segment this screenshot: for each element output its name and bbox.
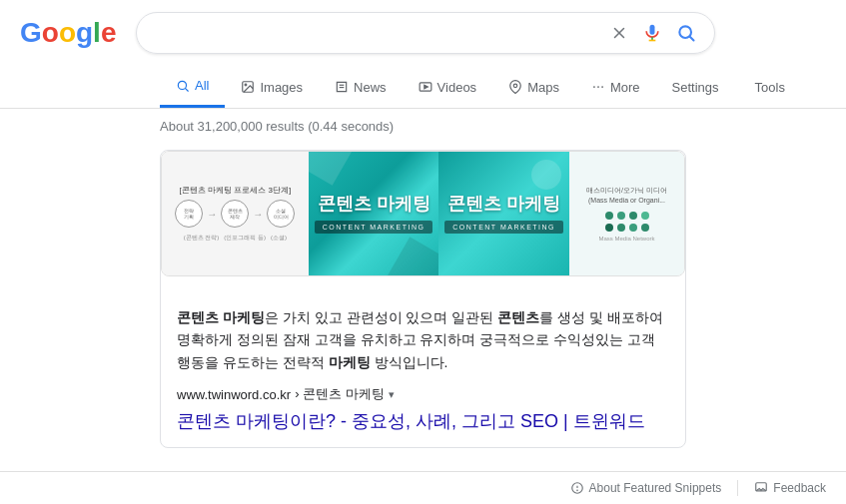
image-2-teal: 콘텐츠 마케팅 CONTENT MARKETING bbox=[309, 152, 439, 275]
image-3-title: 콘텐츠 마케팅 bbox=[444, 194, 563, 216]
feedback-button[interactable]: Feedback bbox=[754, 481, 826, 495]
search-button[interactable] bbox=[674, 21, 698, 45]
nav-maps-label: Maps bbox=[527, 80, 559, 95]
diagram-labels: (콘텐츠 전략) (인포그래픽 등) (소셜) bbox=[184, 234, 287, 243]
featured-snippet-card: [콘텐츠 마케팅 프로세스 3단계] 전략기획 → 콘텐츠제작 → 소셜미디어 … bbox=[160, 150, 686, 448]
svg-point-16 bbox=[593, 86, 595, 88]
nav-more-label: More bbox=[610, 80, 640, 95]
image-1-diagram: [콘텐츠 마케팅 프로세스 3단계] 전략기획 → 콘텐츠제작 → 소셜미디어 … bbox=[162, 152, 309, 275]
nav-all-label: All bbox=[195, 78, 209, 93]
svg-point-21 bbox=[576, 490, 577, 491]
dot-3 bbox=[629, 212, 637, 220]
nav-images-label: Images bbox=[260, 80, 303, 95]
svg-point-17 bbox=[597, 86, 599, 88]
dot-1 bbox=[605, 212, 613, 220]
image-4-network: 매스미디어/오가닉 미디어(Mass Media or Organi... Ma… bbox=[569, 152, 684, 275]
image-3-badge: CONTENT MARKETING bbox=[444, 221, 563, 234]
nav-videos-label: Videos bbox=[437, 80, 477, 95]
footer-items: About Featured Snippets Feedback bbox=[570, 480, 826, 496]
image-strip: [콘텐츠 마케팅 프로세스 3단계] 전략기획 → 콘텐츠제작 → 소셜미디어 … bbox=[161, 151, 685, 276]
arrow-2: → bbox=[253, 209, 263, 220]
result-description: 콘텐츠 마케팅은 가치 있고 관련성이 있으며 일관된 콘텐츠를 생성 및 배포… bbox=[177, 306, 669, 373]
nav-item-more[interactable]: More bbox=[575, 68, 656, 107]
tools-button[interactable]: Tools bbox=[739, 68, 801, 107]
image-2-badge: CONTENT MARKETING bbox=[315, 221, 433, 234]
svg-rect-2 bbox=[650, 25, 655, 35]
all-nav-icon bbox=[176, 79, 190, 93]
nav-item-all[interactable]: All bbox=[160, 66, 225, 108]
result-bold-2: 콘텐츠 bbox=[497, 309, 539, 325]
google-logo[interactable]: Google bbox=[20, 17, 116, 49]
svg-point-15 bbox=[513, 84, 517, 88]
result-bold-3: 마케팅 bbox=[329, 354, 371, 370]
nav-right: Settings Tools bbox=[656, 68, 801, 107]
result-body: 콘텐츠 마케팅은 가치 있고 관련성이 있으며 일관된 콘텐츠를 생성 및 배포… bbox=[161, 292, 685, 447]
svg-line-8 bbox=[186, 88, 189, 91]
news-nav-icon bbox=[335, 80, 349, 94]
network-dots bbox=[605, 212, 649, 232]
search-bar: 콘텐츠 마케팅 bbox=[136, 12, 715, 54]
deco-3 bbox=[531, 160, 561, 190]
nav-item-news[interactable]: News bbox=[319, 68, 403, 107]
source-url: www.twinword.co.kr bbox=[177, 387, 291, 402]
image-3-teal: 콘텐츠 마케팅 CONTENT MARKETING bbox=[438, 152, 569, 275]
dot-2 bbox=[617, 212, 625, 220]
dot-8 bbox=[641, 224, 649, 232]
feedback-icon bbox=[754, 481, 768, 495]
svg-point-18 bbox=[601, 86, 603, 88]
clear-search-button[interactable] bbox=[608, 22, 630, 44]
settings-button[interactable]: Settings bbox=[656, 68, 735, 107]
search-input[interactable]: 콘텐츠 마케팅 bbox=[153, 24, 608, 42]
diagram-circles: 전략기획 → 콘텐츠제작 → 소셜미디어 bbox=[175, 200, 295, 228]
source-path: › 콘텐츠 마케팅 bbox=[295, 385, 385, 403]
svg-line-6 bbox=[690, 37, 694, 41]
image-4-caption: 매스미디어/오가닉 미디어(Mass Media or Organi... bbox=[586, 186, 667, 206]
results-area: About 31,200,000 results (0.44 seconds) … bbox=[0, 109, 846, 480]
videos-nav-icon bbox=[419, 80, 432, 94]
result-bold-1: 콘텐츠 마케팅 bbox=[177, 309, 265, 325]
source-dropdown-arrow[interactable]: ▾ bbox=[389, 388, 395, 401]
voice-search-button[interactable] bbox=[640, 21, 664, 45]
source-line: www.twinword.co.kr › 콘텐츠 마케팅 ▾ bbox=[177, 385, 669, 403]
nav-news-label: News bbox=[354, 80, 387, 95]
nav-item-videos[interactable]: Videos bbox=[403, 68, 493, 107]
more-nav-icon bbox=[591, 80, 605, 94]
image-3-content: 콘텐츠 마케팅 CONTENT MARKETING bbox=[444, 194, 563, 235]
nav-item-images[interactable]: Images bbox=[225, 68, 319, 107]
diagram-circle-1: 전략기획 bbox=[175, 200, 203, 228]
diagram-circle-2: 콘텐츠제작 bbox=[221, 200, 249, 228]
image-4-credit: Mass Media Network bbox=[599, 236, 655, 242]
image-2-content: 콘텐츠 마케팅 CONTENT MARKETING bbox=[315, 194, 433, 235]
result-link[interactable]: 콘텐츠 마케팅이란? - 중요성, 사례, 그리고 SEO | 트윈워드 bbox=[177, 409, 669, 433]
dot-4 bbox=[641, 212, 649, 220]
dot-6 bbox=[617, 224, 625, 232]
results-count: About 31,200,000 results (0.44 seconds) bbox=[160, 119, 686, 134]
svg-point-10 bbox=[246, 84, 248, 86]
nav-item-maps[interactable]: Maps bbox=[492, 68, 575, 107]
question-icon bbox=[570, 481, 584, 495]
deco-1 bbox=[309, 152, 353, 186]
images-nav-icon bbox=[241, 80, 255, 94]
maps-nav-icon bbox=[508, 80, 522, 94]
svg-marker-14 bbox=[423, 85, 427, 89]
about-snippets-label: About Featured Snippets bbox=[589, 481, 722, 495]
arrow-1: → bbox=[207, 209, 217, 220]
deco-2 bbox=[386, 237, 439, 275]
footer: About Featured Snippets Feedback bbox=[0, 471, 846, 504]
diagram-circle-3: 소셜미디어 bbox=[267, 200, 295, 228]
header: Google 콘텐츠 마케팅 bbox=[0, 0, 846, 66]
footer-divider bbox=[737, 480, 738, 496]
image-2-title: 콘텐츠 마케팅 bbox=[315, 194, 433, 216]
diagram-title: [콘텐츠 마케팅 프로세스 3단계] bbox=[180, 185, 292, 196]
dot-5 bbox=[605, 224, 613, 232]
feedback-label: Feedback bbox=[773, 481, 826, 495]
dot-7 bbox=[629, 224, 637, 232]
nav-bar: All Images News Videos Maps More Setting… bbox=[0, 66, 846, 109]
about-snippets-button[interactable]: About Featured Snippets bbox=[570, 481, 722, 495]
